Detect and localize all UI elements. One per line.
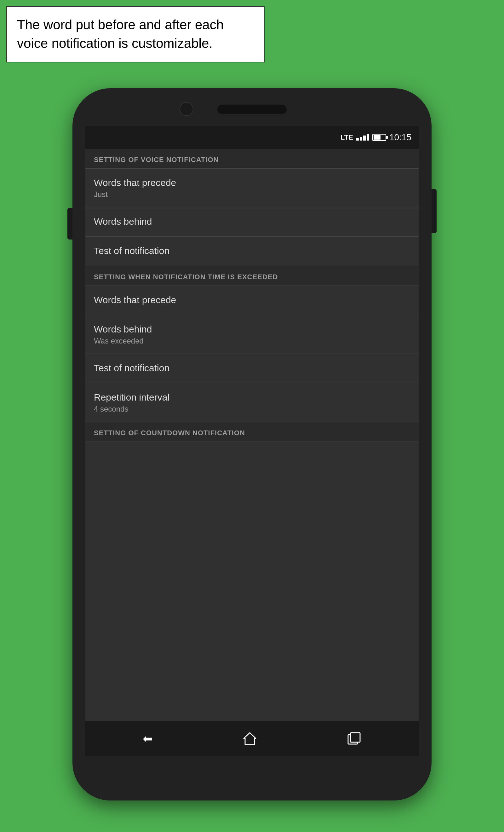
item-test-notification-1[interactable]: Test of notification	[85, 237, 419, 266]
power-button	[431, 189, 436, 233]
section-title-exceeded: SETTING WHEN NOTIFICATION TIME IS EXCEED…	[94, 273, 278, 281]
recents-icon	[347, 731, 361, 746]
phone-speaker	[217, 105, 287, 114]
signal-bar-4	[367, 134, 369, 140]
item-test-notification-2[interactable]: Test of notification	[85, 354, 419, 383]
volume-button	[68, 208, 73, 239]
signal-bar-1	[356, 138, 359, 140]
item-subtitle-words-precede-1: Just	[94, 190, 410, 199]
item-words-precede-1[interactable]: Words that precede Just	[85, 168, 419, 207]
recents-button[interactable]	[342, 726, 366, 751]
back-icon: ⬅	[143, 732, 153, 746]
item-subtitle-repetition-interval: 4 seconds	[94, 405, 410, 414]
item-title-test-notification-1: Test of notification	[94, 245, 410, 256]
section-title-voice: SETTING OF VOICE NOTIFICATION	[94, 156, 219, 163]
item-repetition-interval[interactable]: Repetition interval 4 seconds	[85, 383, 419, 422]
status-bar: LTE 10:15	[85, 126, 419, 149]
item-title-words-behind-1: Words behind	[94, 216, 410, 227]
battery-fill	[374, 135, 380, 139]
tooltip-text: The word put before and after each voice…	[17, 17, 224, 51]
signal-bars	[356, 134, 369, 140]
item-subtitle-words-behind-2: Was exceeded	[94, 337, 410, 345]
back-button[interactable]: ⬅	[138, 727, 158, 751]
item-title-words-behind-2: Words behind	[94, 324, 410, 335]
tooltip-box: The word put before and after each voice…	[6, 6, 265, 62]
signal-bar-2	[360, 137, 362, 140]
status-time: 10:15	[389, 132, 412, 142]
signal-bar-3	[363, 135, 366, 140]
section-title-countdown: SETTING OF COUNTDOWN NOTIFICATION	[94, 429, 245, 437]
svg-marker-0	[244, 733, 256, 745]
status-icons: LTE 10:15	[341, 132, 412, 142]
item-title-words-precede-2: Words that precede	[94, 295, 410, 305]
item-words-precede-2[interactable]: Words that precede	[85, 286, 419, 315]
settings-content: SETTING OF VOICE NOTIFICATION Words that…	[85, 149, 419, 442]
svg-rect-2	[351, 733, 360, 742]
section-header-exceeded: SETTING WHEN NOTIFICATION TIME IS EXCEED…	[85, 266, 419, 286]
home-icon	[243, 731, 257, 746]
item-title-test-notification-2: Test of notification	[94, 363, 410, 373]
lte-icon: LTE	[341, 133, 353, 141]
section-header-voice: SETTING OF VOICE NOTIFICATION	[85, 149, 419, 168]
home-button[interactable]	[238, 726, 262, 751]
nav-bar: ⬅	[85, 721, 419, 756]
item-words-behind-1[interactable]: Words behind	[85, 207, 419, 237]
phone-frame: LTE 10:15 SETTING OF VOICE NOTIFICATION	[73, 88, 431, 801]
item-title-repetition-interval: Repetition interval	[94, 392, 410, 403]
battery-icon	[372, 134, 386, 141]
section-header-countdown: SETTING OF COUNTDOWN NOTIFICATION	[85, 422, 419, 442]
item-title-words-precede-1: Words that precede	[94, 177, 410, 188]
item-words-behind-2[interactable]: Words behind Was exceeded	[85, 315, 419, 354]
phone-screen: LTE 10:15 SETTING OF VOICE NOTIFICATION	[85, 126, 419, 756]
phone-camera	[180, 102, 193, 116]
